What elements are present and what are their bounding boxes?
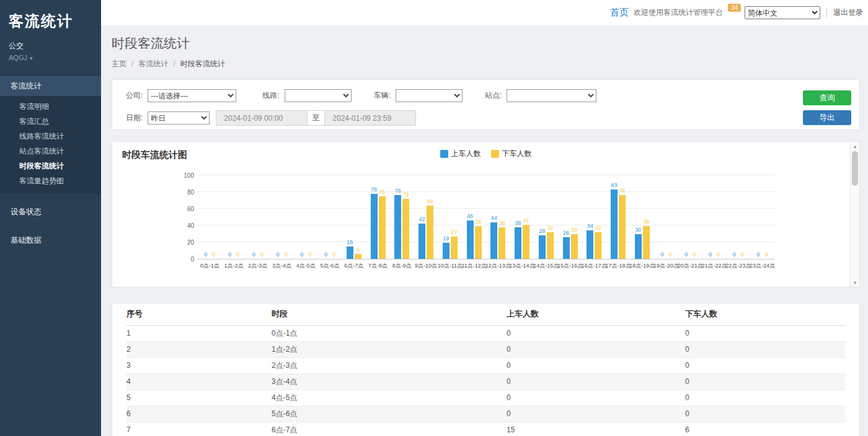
table-cell: 3点-4点 (272, 373, 507, 390)
bar (611, 190, 618, 259)
table-cell: 2点-3点 (272, 357, 507, 373)
bar-wrap: 30 (635, 176, 642, 259)
date-start-input[interactable] (216, 110, 308, 126)
bar-group: 00 (294, 176, 318, 259)
x-axis-label: 23点-24点 (750, 262, 774, 270)
table-cell: 0 (507, 390, 685, 406)
table-cell: 6 (685, 422, 845, 436)
export-button[interactable]: 导出 (803, 110, 851, 125)
table-cell: 0 (507, 357, 685, 373)
vehicle-select[interactable] (396, 89, 463, 102)
breadcrumb-item[interactable]: 主页 (112, 59, 126, 68)
line-select[interactable] (285, 89, 352, 102)
bar-wrap: 0 (259, 176, 265, 259)
bar-wrap: 0 (226, 176, 233, 259)
home-link[interactable]: 首页 (610, 7, 629, 19)
bar-group: 3432 (582, 176, 606, 259)
bar-wrap: 19 (443, 176, 450, 259)
sidebar-item-客流量趋势图[interactable]: 客流量趋势图 (0, 173, 101, 188)
date-preset-select[interactable]: 昨日 (148, 111, 210, 124)
bar-wrap: 46 (467, 176, 474, 259)
app-title: 客流统计 (0, 0, 101, 31)
sidebar-group-客流统计[interactable]: 客流统计 (0, 76, 101, 96)
bar-group: 00 (246, 176, 270, 259)
sidebar: 客流统计 公交 AQGJ 客流统计客流明细客流汇总线路客流统计站点客流统计时段客… (0, 0, 101, 436)
legend-item[interactable]: 下车人数 (491, 149, 532, 159)
legend-swatch-icon (440, 150, 448, 158)
sidebar-item-时段客流统计[interactable]: 时段客流统计 (0, 159, 101, 173)
bar-value-label: 32 (595, 225, 601, 231)
x-axis-label: 7点-8点 (366, 262, 390, 270)
sidebar-item-站点客流统计[interactable]: 站点客流统计 (0, 144, 101, 159)
y-axis-tick: 0 (177, 256, 194, 263)
scrollbar-thumb[interactable] (852, 151, 858, 186)
bar (371, 194, 378, 259)
breadcrumb-item[interactable]: 客流统计 (126, 59, 168, 68)
bar-group: 00 (318, 176, 342, 259)
bar-group: 00 (222, 176, 246, 259)
date-end-input[interactable] (324, 110, 416, 126)
x-axis-label: 4点-5点 (294, 262, 318, 270)
bar-wrap: 26 (563, 176, 570, 259)
scroll-down-icon[interactable] (851, 278, 859, 287)
sidebar-group-设备状态[interactable]: 设备状态 (0, 202, 101, 222)
date-label: 日期: (126, 113, 143, 123)
station-label: 站点: (485, 90, 502, 101)
company-label: 公司: (126, 90, 143, 101)
bar (475, 226, 482, 259)
y-axis-tick: 60 (177, 206, 194, 212)
org-selector[interactable]: AQGJ (9, 54, 92, 61)
bar-value-label: 78 (371, 187, 377, 193)
x-axis-label: 5点-6点 (318, 262, 342, 270)
notification-badge[interactable]: 34 (728, 4, 741, 12)
table-row: 10点-1点00 (126, 325, 845, 341)
bar (443, 243, 450, 259)
bar-wrap: 6 (355, 176, 361, 259)
logout-link[interactable]: 退出登录 (833, 7, 863, 18)
bar-value-label: 19 (443, 236, 449, 242)
sidebar-item-线路客流统计[interactable]: 线路客流统计 (0, 129, 101, 144)
table-cell: 4点-5点 (272, 390, 507, 406)
page-head: 时段客流统计 主页客流统计时段客流统计 (112, 35, 225, 69)
data-table: 序号时段上车人数下车人数 10点-1点0021点-2点0032点-3点0043点… (126, 303, 845, 436)
bar-group: 1927 (438, 176, 463, 259)
bar-group: 00 (727, 176, 751, 259)
table-cell: 3 (126, 357, 272, 373)
chart-scrollbar[interactable] (850, 142, 859, 287)
query-button[interactable]: 查询 (803, 90, 851, 105)
company-select[interactable]: ---请选择--- (148, 89, 236, 102)
bar-value-label: 32 (547, 225, 553, 231)
bar-wrap: 78 (371, 176, 378, 259)
filter-row-1: 公司: ---请选择--- 线路: 车辆: 站点: (126, 89, 846, 102)
x-axis-label: 8点-9点 (390, 262, 414, 270)
table-row: 21点-2点00 (126, 341, 845, 357)
legend-item[interactable]: 上车人数 (440, 149, 481, 159)
vehicle-label: 车辆: (374, 90, 391, 101)
station-select[interactable] (507, 89, 596, 102)
filter-panel: 公司: ---请选择--- 线路: 车辆: 站点: 日期: 昨日 至 查询 导出 (112, 79, 860, 130)
bar-value-label: 38 (515, 220, 521, 226)
divider (826, 9, 827, 17)
bar-wrap: 0 (731, 176, 738, 259)
sidebar-item-客流明细[interactable]: 客流明细 (0, 99, 101, 114)
bar-value-label: 0 (236, 252, 239, 258)
bar-value-label: 0 (741, 252, 744, 258)
bar-group: 4264 (414, 176, 438, 259)
bar-wrap: 0 (250, 176, 257, 259)
bar-wrap: 0 (715, 176, 722, 259)
bar-group: 2832 (534, 176, 559, 259)
table-cell: 6 (126, 406, 272, 422)
sidebar-item-客流汇总[interactable]: 客流汇总 (0, 114, 101, 129)
bar-wrap: 0 (306, 176, 313, 259)
bar-wrap: 38 (515, 176, 521, 259)
language-select[interactable]: 简体中文 (745, 6, 820, 19)
bar (427, 206, 433, 259)
sidebar-group-基础数据[interactable]: 基础数据 (0, 230, 101, 250)
bar-value-label: 0 (285, 252, 288, 258)
bar-group: 2630 (558, 176, 582, 259)
bar-group: 00 (270, 176, 294, 259)
bar-wrap: 41 (523, 176, 529, 259)
scroll-up-icon[interactable] (851, 142, 859, 150)
table-body: 10点-1点0021点-2点0032点-3点0043点-4点0054点-5点00… (126, 325, 845, 436)
bar-value-label: 39 (475, 219, 481, 225)
